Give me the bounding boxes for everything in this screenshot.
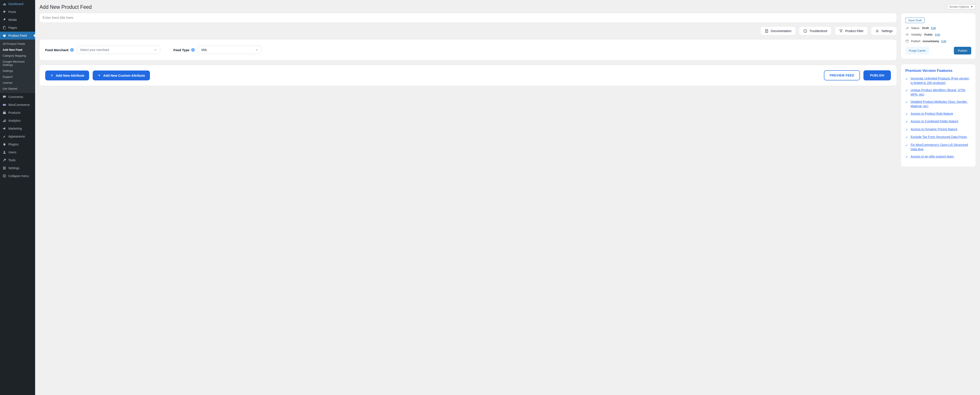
sidebar-item-tools[interactable]: Tools bbox=[0, 156, 35, 164]
premium-feature-item: ✓Exclude Tax From Structured Data Prices bbox=[905, 135, 971, 140]
premium-feature-link[interactable]: Detailed Product Attributes (Size, Gende… bbox=[911, 100, 971, 108]
submenu-support[interactable]: Support bbox=[0, 74, 35, 80]
premium-feature-link[interactable]: Access to Combined Fields feature bbox=[911, 119, 958, 124]
user-icon bbox=[2, 150, 6, 154]
label-text: Feed Type bbox=[173, 48, 189, 52]
button-label: Add New Custom Attribute bbox=[103, 73, 145, 77]
edit-publish-link[interactable]: Edit bbox=[941, 40, 946, 43]
settings-button[interactable]: Settings bbox=[871, 27, 897, 35]
sidebar-item-marketing[interactable]: Marketing bbox=[0, 124, 35, 132]
premium-feature-item: ✓Detailed Product Attributes (Size, Gend… bbox=[905, 100, 971, 108]
premium-feature-link[interactable]: Unique Product Identifiers (Brand, GTIN,… bbox=[911, 88, 971, 97]
sidebar-label: Analytics bbox=[8, 119, 21, 123]
submenu-license[interactable]: License bbox=[0, 80, 35, 86]
sidebar-label: Comments bbox=[8, 95, 23, 99]
publish-side-button[interactable]: Publish bbox=[954, 47, 971, 54]
sidebar-label: Media bbox=[8, 18, 17, 22]
gear-icon bbox=[875, 29, 879, 33]
sidebar-item-plugins[interactable]: Plugins bbox=[0, 140, 35, 148]
submenu-all-feeds[interactable]: All Product Feeds bbox=[0, 41, 35, 47]
svg-rect-6 bbox=[3, 121, 4, 122]
troubleshoot-button[interactable]: Troubleshoot bbox=[799, 27, 831, 35]
premium-feature-link[interactable]: Fix WooCommerce's (Json-Ld) Structured D… bbox=[911, 143, 971, 151]
sidebar-item-products[interactable]: Products bbox=[0, 109, 35, 117]
actions-card: Add New Attribute Add New Custom Attribu… bbox=[40, 65, 897, 86]
submenu-google-merchant[interactable]: Google Merchant Settings bbox=[0, 59, 35, 68]
sidebar-item-dashboard[interactable]: Dashboard bbox=[0, 0, 35, 8]
sidebar-item-comments[interactable]: Comments bbox=[0, 93, 35, 101]
chevron-down-icon: ▼ bbox=[970, 5, 973, 8]
feed-type-label: Feed Type ? bbox=[173, 48, 195, 52]
svg-rect-2 bbox=[3, 27, 5, 29]
help-icon[interactable]: ? bbox=[191, 48, 195, 52]
svg-text:Woo: Woo bbox=[3, 104, 6, 106]
status-label: Status: bbox=[911, 26, 920, 30]
submenu-category-mapping[interactable]: Category Mapping bbox=[0, 53, 35, 59]
sidebar-label: Appearance bbox=[8, 135, 25, 138]
help-icon[interactable]: ? bbox=[70, 48, 74, 52]
plus-icon bbox=[97, 73, 101, 77]
sidebar-item-collapse[interactable]: Collapse menu bbox=[0, 172, 35, 180]
toolbar-label: Documentation bbox=[771, 29, 791, 33]
status-row: Status: Draft Edit bbox=[905, 26, 971, 30]
filter-icon bbox=[839, 29, 843, 33]
svg-rect-7 bbox=[4, 120, 5, 122]
premium-feature-item: ✓Access to Dynamic Pricing feature bbox=[905, 127, 971, 132]
product-feed-submenu: All Product Feeds Add New Feed Category … bbox=[0, 40, 35, 93]
premium-feature-link[interactable]: Access to Product Rule feature bbox=[911, 111, 953, 116]
svg-point-11 bbox=[5, 167, 5, 169]
feed-merchant-label: Feed Merchant ? bbox=[45, 48, 74, 52]
add-attribute-button[interactable]: Add New Attribute bbox=[45, 70, 89, 80]
submenu-get-started[interactable]: Get Started bbox=[0, 86, 35, 92]
documentation-button[interactable]: Documentation bbox=[761, 27, 795, 35]
toolbar-label: Settings bbox=[881, 29, 892, 33]
purge-cache-button[interactable]: Purge Cache bbox=[905, 47, 929, 54]
product-icon bbox=[2, 110, 6, 115]
main-content: Add New Product Feed Screen Options ▼ Do… bbox=[35, 0, 980, 395]
check-icon: ✓ bbox=[905, 120, 908, 124]
premium-feature-item: ✓Access to an elite support team. bbox=[905, 154, 971, 159]
sidebar-item-users[interactable]: Users bbox=[0, 148, 35, 156]
sidebar-item-settings[interactable]: Settings bbox=[0, 164, 35, 172]
premium-feature-link[interactable]: Access to Dynamic Pricing feature bbox=[911, 127, 958, 132]
feed-merchant-select[interactable]: Select your merchant bbox=[77, 46, 160, 54]
document-icon bbox=[765, 29, 768, 33]
svg-point-12 bbox=[3, 169, 5, 170]
info-icon bbox=[803, 29, 807, 33]
check-icon: ✓ bbox=[905, 89, 908, 97]
select-value: XML bbox=[201, 48, 207, 52]
check-icon: ✓ bbox=[905, 112, 908, 116]
publish-value: immediately bbox=[923, 40, 939, 43]
svg-point-16 bbox=[877, 30, 878, 32]
edit-visibility-link[interactable]: Edit bbox=[935, 33, 940, 36]
sidebar-label: Plugins bbox=[8, 143, 18, 146]
sidebar-item-analytics[interactable]: Analytics bbox=[0, 117, 35, 124]
preview-feed-button[interactable]: PREVIEW FEED bbox=[824, 70, 860, 80]
product-filter-button[interactable]: Product Filter bbox=[835, 27, 867, 35]
select-placeholder: Select your merchant bbox=[80, 48, 109, 52]
sidebar-label: Pages bbox=[8, 26, 17, 29]
media-icon bbox=[2, 18, 6, 22]
feed-title-input[interactable] bbox=[43, 16, 894, 20]
publish-date-row: Publish immediately Edit bbox=[905, 39, 971, 43]
sidebar-item-pages[interactable]: Pages bbox=[0, 24, 35, 32]
sidebar-label: Product Feed bbox=[8, 34, 27, 37]
premium-features-list: ✓Generate Unlimited Products (Free versi… bbox=[905, 76, 971, 159]
add-custom-attribute-button[interactable]: Add New Custom Attribute bbox=[93, 70, 150, 80]
premium-feature-link[interactable]: Generate Unlimited Products (Free versio… bbox=[911, 76, 971, 85]
publish-feed-button[interactable]: PUBLISH bbox=[864, 70, 891, 80]
sidebar-item-posts[interactable]: Posts bbox=[0, 8, 35, 16]
premium-feature-link[interactable]: Access to an elite support team. bbox=[911, 154, 954, 159]
sidebar-item-woocommerce[interactable]: Woo WooCommerce bbox=[0, 101, 35, 109]
submenu-settings[interactable]: Settings bbox=[0, 68, 35, 74]
submenu-add-new-feed[interactable]: Add New Feed bbox=[0, 47, 35, 53]
check-icon: ✓ bbox=[905, 135, 908, 140]
feed-type-select[interactable]: XML bbox=[198, 46, 261, 54]
screen-options-button[interactable]: Screen Options ▼ bbox=[947, 4, 975, 9]
premium-feature-link[interactable]: Exclude Tax From Structured Data Prices bbox=[911, 135, 967, 140]
sidebar-item-media[interactable]: Media bbox=[0, 16, 35, 24]
sidebar-item-product-feed[interactable]: Product Feed bbox=[0, 32, 35, 40]
save-draft-button[interactable]: Save Draft bbox=[905, 18, 924, 23]
sidebar-item-appearance[interactable]: Appearance bbox=[0, 132, 35, 140]
edit-status-link[interactable]: Edit bbox=[931, 26, 936, 30]
